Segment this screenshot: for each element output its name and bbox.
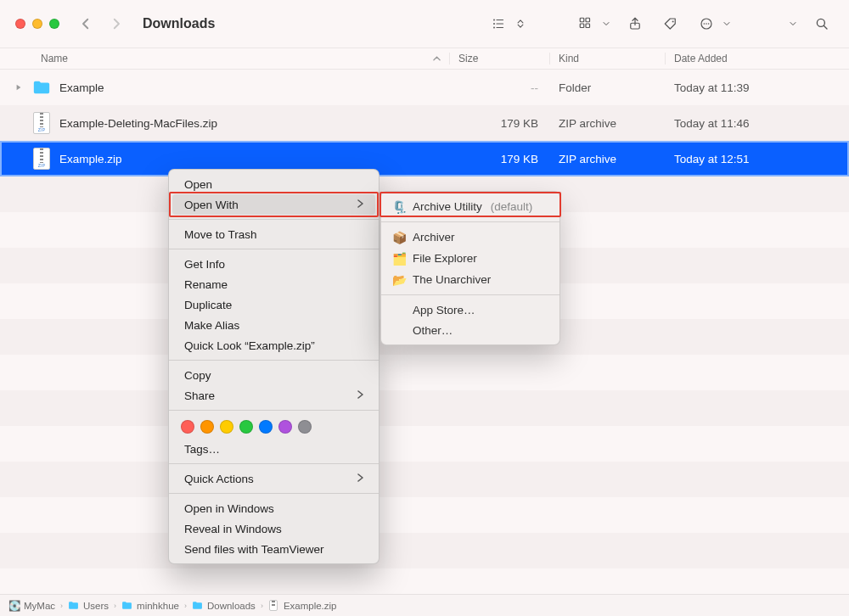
- svg-point-5: [494, 27, 495, 28]
- path-downloads[interactable]: Downloads: [192, 600, 256, 611]
- svg-point-4: [494, 24, 495, 25]
- menu-copy[interactable]: Copy: [172, 365, 375, 385]
- window-close-button[interactable]: [15, 19, 25, 29]
- path-bar: 💽 MyMac › Users › minhkhue › Downloads ›…: [0, 594, 849, 616]
- chevron-right-icon: ›: [114, 602, 116, 610]
- menu-get-info[interactable]: Get Info: [172, 254, 375, 274]
- submenu-archiver[interactable]: 📦 Archiver: [384, 227, 557, 248]
- submenu-unarchiver[interactable]: 📂 The Unarchiver: [384, 269, 557, 290]
- svg-point-11: [672, 20, 674, 22]
- svg-line-17: [824, 25, 827, 29]
- file-kind: ZIP archive: [550, 153, 666, 165]
- share-button[interactable]: [623, 12, 647, 36]
- column-kind[interactable]: Kind: [550, 53, 666, 64]
- menu-open-in-windows[interactable]: Open in Windows: [172, 498, 375, 518]
- tag-button[interactable]: [659, 12, 683, 36]
- menu-duplicate[interactable]: Duplicate: [172, 294, 375, 315]
- menu-make-alias[interactable]: Make Alias: [172, 315, 375, 335]
- column-header: Name Size Kind Date Added: [0, 48, 849, 70]
- chevron-right-icon: ›: [60, 602, 63, 610]
- chevron-right-icon: ›: [261, 602, 263, 610]
- menu-tag-colors: [169, 415, 379, 439]
- menu-teamviewer[interactable]: Send files with TeamViewer: [172, 539, 375, 559]
- path-file[interactable]: Example.zip: [268, 600, 337, 611]
- column-size[interactable]: Size: [450, 53, 550, 64]
- menu-rename[interactable]: Rename: [172, 274, 375, 294]
- chevron-right-icon: ›: [184, 602, 187, 610]
- zip-icon: ZIP: [32, 111, 51, 135]
- svg-rect-8: [580, 24, 584, 28]
- tag-gray[interactable]: [298, 420, 312, 434]
- more-chevron-icon[interactable]: [722, 12, 732, 36]
- menu-reveal-in-windows[interactable]: Reveal in Windows: [172, 518, 375, 539]
- file-kind: Folder: [550, 81, 666, 94]
- chevron-right-icon: [357, 389, 363, 401]
- column-name-label: Name: [41, 53, 68, 64]
- open-with-submenu: 🗜️ Archive Utility (default) 📦 Archiver …: [380, 191, 560, 345]
- window-maximize-button[interactable]: [49, 19, 59, 29]
- group-by-button[interactable]: [574, 12, 598, 36]
- submenu-app-store[interactable]: App Store…: [384, 300, 557, 320]
- overflow-chevron-icon[interactable]: [788, 12, 798, 36]
- tag-purple[interactable]: [278, 420, 292, 434]
- path-user[interactable]: minhkhue: [121, 600, 179, 611]
- archiver-icon: 📦: [392, 231, 406, 244]
- svg-point-15: [708, 23, 710, 25]
- unarchiver-icon: 📂: [392, 273, 406, 287]
- submenu-archive-utility[interactable]: 🗜️ Archive Utility (default): [384, 196, 557, 217]
- folder-icon: [32, 76, 51, 99]
- folder-icon: [121, 600, 132, 611]
- chevron-right-icon: [357, 473, 363, 484]
- group-chevron-icon[interactable]: [601, 12, 611, 36]
- menu-quick-look[interactable]: Quick Look “Example.zip”: [172, 335, 375, 356]
- window-title: Downloads: [143, 16, 215, 31]
- column-date[interactable]: Date Added: [666, 53, 849, 64]
- more-actions-button[interactable]: [694, 12, 718, 36]
- nav-back-button[interactable]: [76, 13, 95, 35]
- file-name: Example: [59, 81, 104, 94]
- file-size: --: [450, 81, 550, 94]
- search-button[interactable]: [810, 12, 834, 36]
- menu-open-with[interactable]: Open With: [172, 194, 375, 215]
- submenu-file-explorer[interactable]: 🗂️ File Explorer: [384, 248, 557, 269]
- menu-quick-actions[interactable]: Quick Actions: [172, 468, 375, 489]
- menu-open[interactable]: Open: [172, 174, 375, 194]
- window-minimize-button[interactable]: [32, 19, 42, 29]
- sort-indicator-icon: [433, 56, 441, 61]
- tag-orange[interactable]: [200, 420, 214, 434]
- zip-icon: ZIP: [32, 147, 51, 171]
- submenu-other[interactable]: Other…: [384, 320, 557, 340]
- view-list-button[interactable]: [487, 12, 511, 36]
- file-date: Today at 11:46: [666, 117, 849, 130]
- tag-blue[interactable]: [259, 420, 273, 434]
- chevron-right-icon: [357, 199, 363, 210]
- file-row-zip[interactable]: ZIP Example-Deleting-MacFiles.zip 179 KB…: [0, 105, 849, 141]
- file-row-folder[interactable]: Example -- Folder Today at 11:39: [0, 70, 849, 105]
- file-size: 179 KB: [450, 153, 550, 165]
- svg-rect-6: [580, 18, 584, 22]
- file-name: Example.zip: [59, 153, 122, 165]
- path-mymac[interactable]: 💽 MyMac: [8, 600, 55, 611]
- file-date: Today at 11:39: [666, 81, 849, 94]
- menu-tags[interactable]: Tags…: [172, 439, 375, 459]
- menu-share[interactable]: Share: [172, 385, 375, 406]
- svg-point-13: [704, 23, 706, 25]
- file-explorer-icon: 🗂️: [392, 252, 406, 266]
- traffic-lights: [15, 19, 59, 29]
- folder-icon: [192, 600, 203, 611]
- drive-icon: 💽: [8, 600, 20, 611]
- folder-icon: [68, 600, 79, 611]
- file-row-zip-selected[interactable]: ZIP Example.zip 179 KB ZIP archive Today…: [0, 141, 849, 176]
- nav-forward-button[interactable]: [107, 13, 126, 35]
- disclosure-triangle-icon[interactable]: [15, 83, 24, 92]
- tag-yellow[interactable]: [220, 420, 233, 434]
- zip-icon: [268, 600, 279, 611]
- tag-red[interactable]: [181, 420, 194, 434]
- file-date: Today at 12:51: [666, 153, 849, 165]
- tag-green[interactable]: [239, 420, 253, 434]
- file-name: Example-Deleting-MacFiles.zip: [59, 117, 217, 130]
- view-list-chevron-icon[interactable]: [514, 12, 526, 36]
- menu-move-to-trash[interactable]: Move to Trash: [172, 224, 375, 244]
- column-name[interactable]: Name: [0, 53, 450, 64]
- path-users[interactable]: Users: [68, 600, 109, 611]
